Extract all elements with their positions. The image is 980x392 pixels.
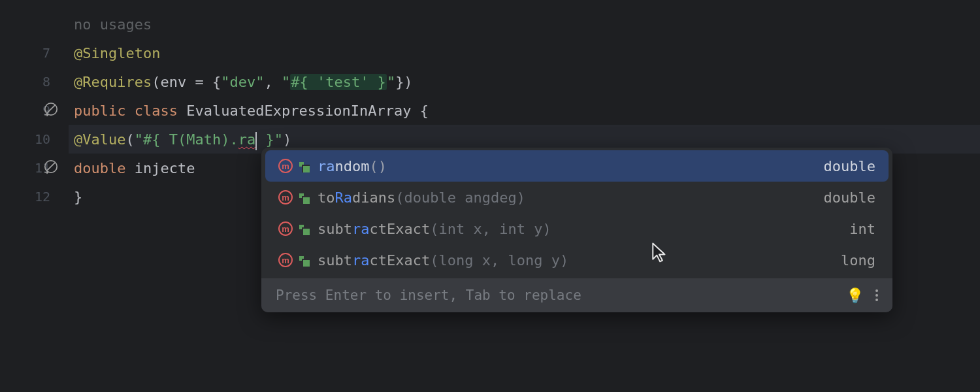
visibility-icon: [299, 161, 308, 171]
completion-signature: subtractExact(long x, long y): [318, 252, 841, 269]
completion-footer: Press Enter to insert, Tab to replace 💡: [261, 278, 892, 312]
completion-item[interactable]: msubtractExact(long x, long y)long: [265, 244, 889, 276]
annotation: @Value: [74, 131, 125, 148]
completion-signature: subtractExact(int x, int y): [318, 221, 849, 237]
line-number: 7: [42, 45, 50, 61]
annotation: @Singleton: [74, 45, 160, 61]
line-number: 10: [35, 131, 50, 147]
return-type: int: [849, 221, 875, 237]
no-entry-icon[interactable]: [42, 101, 59, 121]
method-badge-icon: m: [278, 253, 293, 267]
method-badge-icon: m: [278, 221, 293, 236]
svg-line-3: [47, 163, 55, 171]
line-number: 12: [35, 189, 50, 204]
more-icon[interactable]: [875, 289, 878, 301]
typed-fragment: ra: [238, 131, 256, 148]
return-type: double: [824, 158, 875, 174]
completion-signature: toRadians(double angdeg): [318, 189, 824, 206]
expression-highlight: #{ 'test' }: [290, 74, 387, 90]
completion-item[interactable]: msubtractExact(int x, int y)int: [265, 213, 889, 244]
visibility-icon: [299, 192, 308, 203]
completion-item[interactable]: mtoRadians(double angdeg)double: [265, 182, 889, 213]
completion-signature: random(): [318, 158, 824, 174]
annotation: @Requires: [74, 74, 152, 90]
completion-item[interactable]: mrandom()double: [265, 150, 889, 182]
lightbulb-icon[interactable]: 💡: [846, 287, 864, 304]
svg-line-1: [47, 105, 55, 113]
usage-hint[interactable]: no usages: [74, 16, 152, 33]
return-type: long: [841, 252, 875, 269]
line-number: 8: [42, 74, 50, 90]
no-entry-icon[interactable]: [42, 158, 59, 178]
footer-hint: Press Enter to insert, Tab to replace: [276, 287, 846, 303]
method-badge-icon: m: [278, 190, 293, 204]
visibility-icon: [299, 223, 308, 234]
gutter: 7 8 9 10 11 12: [0, 0, 69, 392]
text-caret: [255, 132, 257, 150]
completion-popup[interactable]: mrandom()doublemtoRadians(double angdeg)…: [261, 148, 892, 312]
visibility-icon: [299, 255, 308, 265]
method-badge-icon: m: [278, 159, 293, 173]
return-type: double: [824, 189, 875, 206]
completion-list[interactable]: mrandom()doublemtoRadians(double angdeg)…: [261, 148, 892, 278]
